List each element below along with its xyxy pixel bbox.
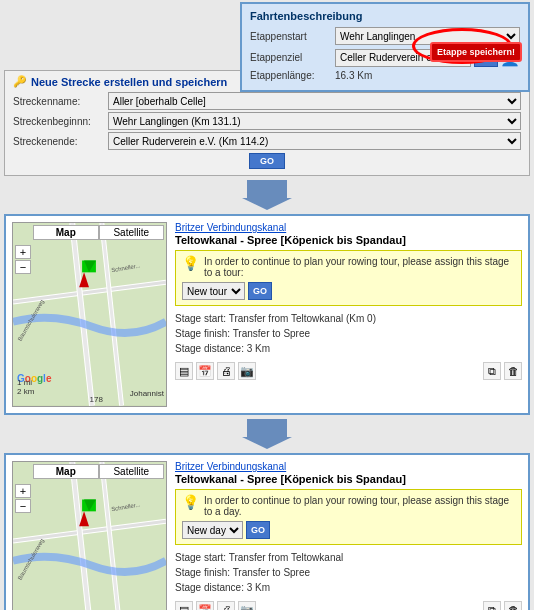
neue-strecke-go-button[interactable]: GO	[249, 153, 285, 169]
map-scale-1: 1 mi 2 km	[17, 378, 34, 396]
trash-icon-1[interactable]: 🗑	[504, 362, 522, 380]
calendar-icon-1[interactable]: 📅	[196, 362, 214, 380]
copy-icon-1[interactable]: ⧉	[483, 362, 501, 380]
camera-icon-1[interactable]: 📷	[238, 362, 256, 380]
print-icon-1[interactable]: 🖨	[217, 362, 235, 380]
stage-info-1: Britzer Verbindungskanal Teltowkanal - S…	[175, 222, 522, 407]
etappenstart-label: Etappenstart	[250, 31, 335, 42]
arrow-2	[0, 419, 534, 449]
stage-link-2[interactable]: Britzer Verbindungskanal	[175, 461, 522, 472]
zoom-in-1[interactable]: +	[15, 245, 31, 259]
assign-go-button-1[interactable]: GO	[248, 282, 272, 300]
stage-title-2: Teltowkanal - Spree [Köpenick bis Spanda…	[175, 473, 522, 485]
satellite-tab-2[interactable]: Satellite	[99, 464, 165, 479]
stage-start-2: Stage start: Transfer from Teltowkanal	[175, 550, 522, 565]
etappenziel-label: Etappenziel	[250, 52, 335, 63]
stage-details-1: Stage start: Transfer from Teltowkanal (…	[175, 311, 522, 356]
assign-text-2: In order to continue to plan your rowing…	[204, 495, 515, 517]
stage-card-2: Baumschulenweg Schneller... Map Satellit…	[4, 453, 530, 610]
stage-details-2: Stage start: Transfer from Teltowkanal S…	[175, 550, 522, 595]
etappenlaenge-value: 16.3 Km	[335, 70, 372, 81]
bulb-icon-1: 💡	[182, 256, 199, 270]
assign-go-button-2[interactable]: GO	[246, 521, 270, 539]
stage-title-1: Teltowkanal - Spree [Köpenick bis Spanda…	[175, 234, 522, 246]
stage-start-1: Stage start: Transfer from Teltowkanal (…	[175, 311, 522, 326]
map-tab-1[interactable]: Map	[33, 225, 99, 240]
map-num-1: 178	[90, 395, 103, 404]
stage-icons-right-2: ⧉ 🗑	[483, 601, 522, 610]
zoom-out-1[interactable]: −	[15, 260, 31, 274]
map-tab-row-2: Map Satellite	[33, 464, 164, 479]
streckenstart-select[interactable]: Wehr Langlingen (Km 131.1)	[108, 112, 521, 130]
key-icon: 🔑	[13, 75, 27, 88]
assign-tour-select-1[interactable]: New tour	[182, 282, 245, 300]
camera-icon-2[interactable]: 📷	[238, 601, 256, 610]
streckenname-label: Streckenname:	[13, 96, 108, 107]
stage-distance-2: Stage distance: 3 Km	[175, 580, 522, 595]
zoom-out-2[interactable]: −	[15, 499, 31, 513]
fahrt-title: Fahrtenbeschreibung	[250, 10, 520, 22]
scale-2km-1: 2 km	[17, 387, 34, 396]
stage-distance-1: Stage distance: 3 Km	[175, 341, 522, 356]
stage-link-1[interactable]: Britzer Verbindungskanal	[175, 222, 522, 233]
stage-card-1: Baumschulenweg Schneller... Map Satellit…	[4, 214, 530, 415]
assign-day-select-2[interactable]: New day	[182, 521, 243, 539]
johannist-1: Johannist	[130, 389, 164, 398]
map-tab-2[interactable]: Map	[33, 464, 99, 479]
etappenlaenge-label: Etappenlänge:	[250, 70, 335, 81]
svg-marker-0	[242, 180, 292, 210]
svg-marker-13	[242, 419, 292, 449]
streckenname-select[interactable]: Aller [oberhalb Celle]	[108, 92, 521, 110]
stage-finish-1: Stage finish: Transfer to Spree	[175, 326, 522, 341]
map-2: Baumschulenweg Schneller... Map Satellit…	[12, 461, 167, 610]
assign-box-2: 💡 In order to continue to plan your rowi…	[175, 489, 522, 545]
map-zoom-2: + −	[15, 484, 31, 514]
arrow-1	[0, 180, 534, 210]
map-1: Baumschulenweg Schneller... Map Satellit…	[12, 222, 167, 407]
streckenende-label: Streckenende:	[13, 136, 108, 147]
assign-text-1: In order to continue to plan your rowing…	[204, 256, 515, 278]
table-icon-2[interactable]: ▤	[175, 601, 193, 610]
stage-icons-right-1: ⧉ 🗑	[483, 362, 522, 380]
stage-icons-bottom-1: ▤ 📅 🖨 📷	[175, 362, 256, 380]
map-tab-row-1: Map Satellite	[33, 225, 164, 240]
streckenstart-label: Streckenbeginnn:	[13, 116, 108, 127]
calendar-icon-2[interactable]: 📅	[196, 601, 214, 610]
scale-1mi-1: 1 mi	[17, 378, 34, 387]
stage-icons-bottom-2: ▤ 📅 🖨 📷	[175, 601, 256, 610]
bulb-icon-2: 💡	[182, 495, 199, 509]
map-zoom-1: + −	[15, 245, 31, 275]
stage-finish-2: Stage finish: Transfer to Spree	[175, 565, 522, 580]
trash-icon-2[interactable]: 🗑	[504, 601, 522, 610]
streckenende-select[interactable]: Celler Ruderverein e.V. (Km 114.2)	[108, 132, 521, 150]
assign-box-1: 💡 In order to continue to plan your rowi…	[175, 250, 522, 306]
stage-info-2: Britzer Verbindungskanal Teltowkanal - S…	[175, 461, 522, 610]
print-icon-2[interactable]: 🖨	[217, 601, 235, 610]
etappe-speichern-button[interactable]: Etappe speichern!	[430, 42, 522, 62]
table-icon-1[interactable]: ▤	[175, 362, 193, 380]
zoom-in-2[interactable]: +	[15, 484, 31, 498]
copy-icon-2[interactable]: ⧉	[483, 601, 501, 610]
satellite-tab-1[interactable]: Satellite	[99, 225, 165, 240]
